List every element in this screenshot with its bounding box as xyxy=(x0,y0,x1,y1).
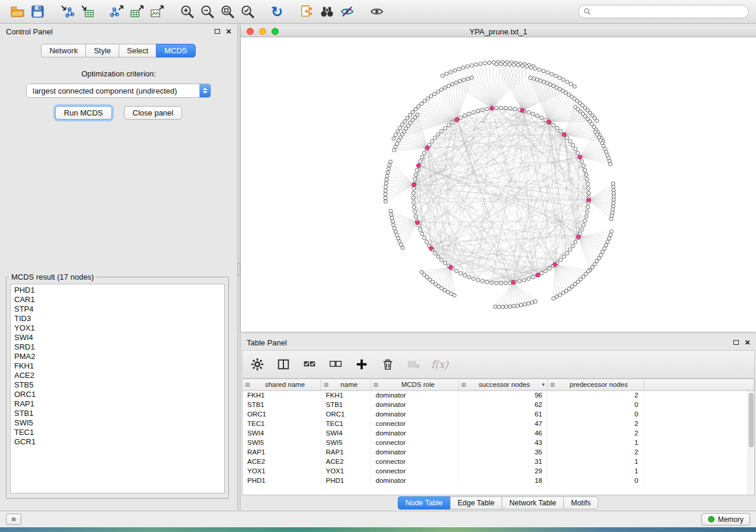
table-row[interactable]: PHD1PHD1dominator180 xyxy=(243,476,754,485)
zoom-in-button[interactable] xyxy=(177,3,197,21)
export-image-button[interactable] xyxy=(147,3,167,21)
table-row[interactable]: FKH1FKH1dominator962 xyxy=(243,390,754,400)
tab-mcds[interactable]: MCDS xyxy=(156,44,195,57)
column-header-shared-name[interactable]: ▦shared name xyxy=(243,379,321,390)
table-row[interactable]: ACE2ACE2connector311 xyxy=(243,457,754,466)
cell-mcds_role: connector xyxy=(371,457,458,466)
column-header-successor-nodes[interactable]: ▦successor nodes▾ xyxy=(458,379,547,390)
search-box[interactable] xyxy=(578,5,749,18)
network-window-titlebar[interactable]: YPA_prune.txt_1 xyxy=(241,26,756,37)
table-row[interactable]: YOX1YOX1connector291 xyxy=(243,466,754,476)
mcds-result-item[interactable]: SWI4 xyxy=(14,333,224,342)
column-label: MCDS role xyxy=(380,381,455,388)
share-annotations-button[interactable] xyxy=(296,3,317,21)
select-all-button[interactable] xyxy=(301,355,318,373)
export-table-button[interactable] xyxy=(127,3,147,21)
mcds-result-item[interactable]: PMA2 xyxy=(14,352,224,361)
zoom-selected-button[interactable] xyxy=(237,3,257,21)
tab-select[interactable]: Select xyxy=(119,44,157,57)
cell-name: SWI4 xyxy=(321,428,371,438)
add-column-button[interactable] xyxy=(353,355,371,373)
column-header-name[interactable]: ▦name xyxy=(321,379,371,390)
mcds-result-item[interactable]: ACE2 xyxy=(14,371,224,380)
cell-mcds_role: dominator xyxy=(371,390,458,400)
float-table-panel-icon[interactable] xyxy=(733,340,739,345)
table-row[interactable]: SWI4SWI4dominator462 xyxy=(243,428,754,438)
save-icon xyxy=(30,4,45,19)
control-panel-title: Control Panel xyxy=(6,27,53,36)
mcds-result-group: MCDS result (17 nodes) PHD1CAR1STP4TID3Y… xyxy=(6,273,229,499)
scrollbar-handle[interactable] xyxy=(749,393,754,447)
sort-arrow-icon[interactable]: ▾ xyxy=(542,382,545,387)
dropdown-stepper-icon xyxy=(199,84,210,98)
table-row[interactable]: ORC1ORC1dominator610 xyxy=(243,409,754,419)
tab-network[interactable]: Network xyxy=(41,44,86,57)
mcds-result-item[interactable]: STP4 xyxy=(14,305,224,314)
tab-edge-table[interactable]: Edge Table xyxy=(450,496,502,509)
apply-layout-button[interactable]: ↻ xyxy=(267,3,287,21)
tab-motifs[interactable]: Motifs xyxy=(563,496,598,509)
mcds-result-item[interactable]: STB1 xyxy=(14,409,224,418)
mcds-result-item[interactable]: YOX1 xyxy=(14,323,224,333)
table-row[interactable]: STB1STB1dominator620 xyxy=(243,400,754,409)
zoom-fit-button[interactable] xyxy=(217,3,237,21)
import-table-button[interactable] xyxy=(77,3,97,21)
mcds-result-item[interactable]: STB5 xyxy=(14,380,224,390)
mcds-result-item[interactable]: SWI5 xyxy=(14,418,224,428)
hide-graphics-details-button[interactable] xyxy=(337,3,357,21)
main-toolbar: ↻ xyxy=(0,0,756,24)
mcds-result-item[interactable]: GCR1 xyxy=(14,437,224,447)
close-table-panel-icon[interactable]: × xyxy=(745,339,750,346)
memory-button[interactable]: Memory xyxy=(701,513,750,525)
open-button[interactable] xyxy=(7,3,27,21)
optimization-criterion-select[interactable]: largest connected component (undirected) xyxy=(26,84,211,98)
splitter-grip[interactable] xyxy=(238,263,240,276)
import-network-button[interactable] xyxy=(57,3,77,21)
mcds-result-item[interactable]: FKH1 xyxy=(14,361,224,371)
mcds-result-item[interactable]: TID3 xyxy=(14,314,224,323)
task-history-button[interactable]: ≡ xyxy=(6,514,21,525)
mcds-result-item[interactable]: SRD1 xyxy=(14,342,224,352)
cell-successor_nodes: 31 xyxy=(458,457,547,466)
mcds-result-item[interactable]: CAR1 xyxy=(14,295,224,305)
zoom-out-button[interactable] xyxy=(197,3,217,21)
close-panel-button[interactable]: Close panel xyxy=(124,106,183,120)
save-button[interactable] xyxy=(27,3,47,21)
mcds-result-list[interactable]: PHD1CAR1STP4TID3YOX1SWI4SRD1PMA2FKH1ACE2… xyxy=(10,284,225,493)
cell-predecessor_nodes: 2 xyxy=(547,428,643,438)
mcds-result-item[interactable]: PHD1 xyxy=(14,286,224,295)
network-canvas[interactable] xyxy=(241,37,756,332)
plus-icon xyxy=(355,358,368,371)
find-button[interactable] xyxy=(317,3,337,21)
search-input[interactable] xyxy=(594,8,744,16)
cell-successor_nodes: 47 xyxy=(458,419,547,428)
table-row[interactable]: SWI5SWI5connector431 xyxy=(243,438,754,447)
column-header-predecessor-nodes[interactable]: ▦predecessor nodes xyxy=(547,379,643,390)
table-row[interactable]: TEC1TEC1connector472 xyxy=(243,419,754,428)
zoom-out-icon xyxy=(200,4,215,19)
close-panel-icon[interactable]: × xyxy=(226,28,231,35)
delete-column-button[interactable] xyxy=(379,355,397,373)
export-network-button[interactable] xyxy=(107,3,127,21)
hide-details-eye-icon xyxy=(340,4,355,19)
function-builder-button[interactable]: f(x) xyxy=(431,358,448,370)
column-header-MCDS-role[interactable]: ▦MCDS role xyxy=(371,379,458,390)
table-row[interactable]: RAP1RAP1dominator352 xyxy=(243,447,754,457)
show-graphics-details-button[interactable] xyxy=(366,3,387,21)
desktop-wallpaper xyxy=(0,527,756,532)
deselect-all-button[interactable] xyxy=(327,355,344,373)
mcds-result-item[interactable]: ORC1 xyxy=(14,390,224,399)
run-mcds-button[interactable]: Run MCDS xyxy=(55,106,112,120)
table-scrollbar[interactable] xyxy=(748,391,754,495)
tab-node-table[interactable]: Node Table xyxy=(398,496,451,509)
table-settings-button[interactable] xyxy=(248,355,266,373)
tab-network-table[interactable]: Network Table xyxy=(502,496,564,509)
delete-table-button[interactable] xyxy=(405,355,423,373)
float-panel-icon[interactable] xyxy=(215,29,220,34)
cell-filler xyxy=(643,400,754,409)
show-columns-button[interactable] xyxy=(275,355,292,373)
column-grid-icon: ▦ xyxy=(245,382,250,387)
mcds-result-item[interactable]: RAP1 xyxy=(14,399,224,409)
mcds-result-item[interactable]: TEC1 xyxy=(14,428,224,437)
tab-style[interactable]: Style xyxy=(85,44,119,57)
